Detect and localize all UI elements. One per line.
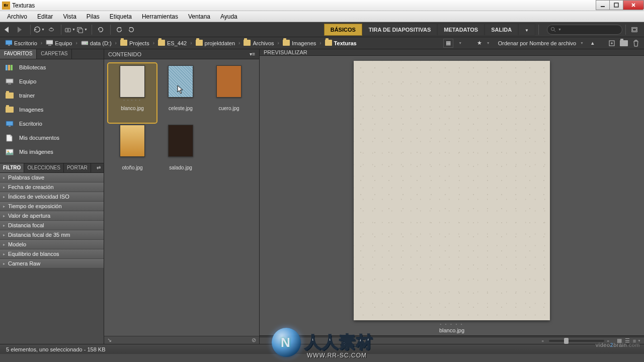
status-text: 5 elementos, uno seleccionado - 158 KB xyxy=(6,346,106,352)
back-button[interactable] xyxy=(3,24,14,35)
filter-grid-icon[interactable]: ▦ xyxy=(443,39,453,48)
content-options-icon[interactable]: ▾≡ xyxy=(250,51,255,57)
chevron-right-icon[interactable]: › xyxy=(276,40,281,46)
breadcrumb-imagenes[interactable]: Imagenes xyxy=(281,40,318,47)
breadcrumb-es-442[interactable]: ES_442 xyxy=(156,40,189,47)
menu-vista[interactable]: Vista xyxy=(58,12,81,22)
svg-rect-11 xyxy=(46,40,53,44)
sidebar-item-trainer[interactable]: trainer xyxy=(0,88,104,103)
filter-dropdown-icon[interactable]: ▼ xyxy=(455,39,465,48)
sidebar-item-escritorio[interactable]: Escritorio xyxy=(0,117,104,131)
no-filter-icon[interactable]: ⊘ xyxy=(252,337,256,343)
sidebar-tab-carpetas[interactable]: CARPETAS xyxy=(37,49,72,59)
menu-editar[interactable]: Editar xyxy=(32,12,58,22)
trash-icon[interactable] xyxy=(631,39,641,48)
filter-row[interactable]: Fecha de creación xyxy=(0,183,104,192)
get-photos-button[interactable]: ▼ xyxy=(64,24,75,35)
filter-row[interactable]: Valor de apertura xyxy=(0,211,104,221)
breadcrumb-texturas[interactable]: Texturas xyxy=(323,40,359,47)
menu-ayuda[interactable]: Ayuda xyxy=(215,12,243,22)
filter-row[interactable]: Distancia focal de 35 mm xyxy=(0,230,104,240)
sidebar-tab-favoritos[interactable]: FAVORITOS xyxy=(0,49,37,59)
mode-salida[interactable]: SALIDA xyxy=(485,24,518,36)
svg-point-3 xyxy=(67,29,69,31)
mode-dropdown[interactable]: ▼ xyxy=(518,24,535,36)
menu-bar: ArchivoEditarVistaPilasEtiquetaHerramien… xyxy=(0,11,644,22)
boomerang-icon[interactable]: ↘ xyxy=(107,337,112,343)
new-folder-icon[interactable] xyxy=(619,39,629,48)
breadcrumb-projektdaten[interactable]: projektdaten xyxy=(194,40,237,47)
rotate-cw-button[interactable] xyxy=(126,24,137,35)
menu-pilas[interactable]: Pilas xyxy=(82,12,105,22)
sidebar-item-equipo[interactable]: Equipo xyxy=(0,74,104,88)
thumbnail[interactable]: salado.jpg xyxy=(156,123,205,182)
open-app-icon[interactable] xyxy=(607,39,617,48)
thumbnail[interactable]: celeste.jpg xyxy=(156,63,205,123)
folder-icon xyxy=(4,105,15,114)
menu-archivo[interactable]: Archivo xyxy=(2,12,32,22)
svg-rect-2 xyxy=(65,28,71,32)
chevron-right-icon[interactable]: › xyxy=(114,40,118,46)
sort-asc-icon[interactable]: ▴ xyxy=(588,39,598,48)
minimize-button[interactable] xyxy=(596,0,610,10)
filter-tab-options[interactable]: ⇄ xyxy=(94,163,104,172)
chevron-right-icon[interactable]: › xyxy=(189,40,193,46)
breadcrumb-data-d-[interactable]: data (D:) xyxy=(79,40,114,47)
chevron-right-icon[interactable]: › xyxy=(318,40,323,46)
search-input[interactable]: ▼ xyxy=(547,25,622,35)
close-button[interactable] xyxy=(623,0,644,10)
maximize-button[interactable] xyxy=(609,0,623,10)
filter-tab-filtro[interactable]: FILTRO xyxy=(0,163,24,172)
content-header-label: CONTENIDO xyxy=(108,51,141,57)
menu-herramientas[interactable]: Herramientas xyxy=(137,12,183,22)
sidebar-item-bibliotecas[interactable]: Bibliotecas xyxy=(0,60,104,74)
open-in-button[interactable]: ▼ xyxy=(76,24,88,35)
compact-mode-button[interactable] xyxy=(629,24,640,35)
breadcrumb-equipo[interactable]: Equipo xyxy=(44,40,74,47)
grid-small-icon[interactable]: ▫ xyxy=(542,338,544,344)
breadcrumb-projects[interactable]: Projects xyxy=(118,40,151,47)
menu-ventana[interactable]: Ventana xyxy=(183,12,215,22)
breadcrumb-archivos[interactable]: Archivos xyxy=(242,40,276,47)
refresh-button[interactable] xyxy=(95,24,106,35)
forward-button[interactable] xyxy=(15,24,26,35)
sort-label[interactable]: Ordenar por Nombre de archivo xyxy=(498,40,576,46)
filter-tab-portar[interactable]: PORTAR xyxy=(64,163,91,172)
filter-row[interactable]: Tiempo de exposición xyxy=(0,202,104,211)
thumbnail[interactable]: cuero.jpg xyxy=(205,63,253,123)
menu-etiqueta[interactable]: Etiqueta xyxy=(105,12,137,22)
mode-metadatos[interactable]: METADATOS xyxy=(437,24,485,36)
filter-row[interactable]: Modelo xyxy=(0,240,104,249)
rating-dots[interactable]: • • • • • xyxy=(123,99,141,103)
mode-tira-de-diapositivas[interactable]: TIRA DE DIAPOSITIVAS xyxy=(362,24,437,36)
sidebar-item-imagenes[interactable]: Imagenes xyxy=(0,103,104,117)
sidebar-item-label: Imagenes xyxy=(19,107,43,113)
window-titlebar: Br Texturas xyxy=(0,0,644,11)
chevron-right-icon[interactable]: › xyxy=(237,40,242,46)
recent-button[interactable]: ▼ xyxy=(34,24,45,35)
svg-rect-10 xyxy=(8,45,10,46)
sidebar-item-mis-documentos[interactable]: Mis documentos xyxy=(0,131,104,145)
filter-row[interactable]: Índices de velocidad ISO xyxy=(0,192,104,202)
preview-image[interactable] xyxy=(354,61,550,320)
filter-row[interactable]: Equilibrio de blancos xyxy=(0,249,104,259)
filter-row[interactable]: Camera Raw xyxy=(0,259,104,268)
sidebar-item-mis-imágenes[interactable]: Mis imágenes xyxy=(0,145,104,159)
star-filter-icon[interactable]: ★ xyxy=(474,39,485,48)
rating-dots[interactable]: • • • • • xyxy=(440,322,463,326)
thumbnail[interactable]: otoño.jpg xyxy=(108,123,156,182)
brand-watermark: video2brain.com xyxy=(596,340,640,349)
filter-row[interactable]: Distancia focal xyxy=(0,221,104,230)
filter-row[interactable]: Palabras clave xyxy=(0,173,104,183)
svg-rect-0 xyxy=(601,6,605,7)
reveal-button[interactable] xyxy=(46,24,57,35)
chevron-right-icon[interactable]: › xyxy=(74,40,78,46)
mode-básicos[interactable]: BÁSICOS xyxy=(324,24,362,36)
breadcrumb-escritorio[interactable]: Escritorio xyxy=(3,40,39,47)
rotate-ccw-button[interactable] xyxy=(114,24,125,35)
thumbnail-caption: celeste.jpg xyxy=(169,106,193,111)
chevron-right-icon[interactable]: › xyxy=(151,40,156,46)
thumbnail[interactable]: • • • • •blanco.jpg xyxy=(108,63,156,123)
chevron-right-icon[interactable]: › xyxy=(39,40,44,46)
filter-tab-olecciones[interactable]: OLECCIONES xyxy=(24,163,64,172)
